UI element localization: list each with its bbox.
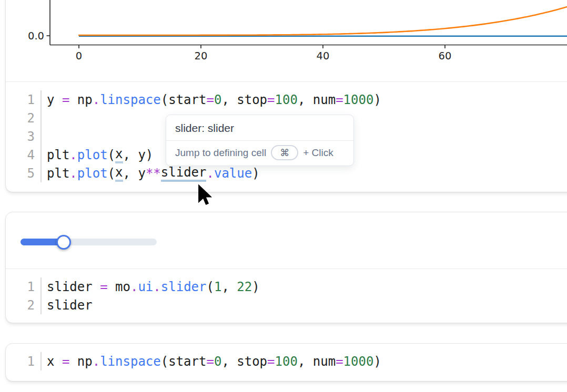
code-text: y = np.linspace(start=0, stop=100, num=1…	[40, 90, 567, 109]
code-token: plot	[77, 148, 108, 162]
code-token: 100	[275, 92, 298, 107]
matplotlib-output: 02040600.0	[6, 0, 567, 81]
code-token: )	[373, 354, 381, 369]
code-token: value	[214, 166, 252, 181]
code-token: 1	[214, 280, 221, 294]
code-token: , stop	[221, 92, 267, 107]
code-line[interactable]: 2slider	[6, 296, 567, 314]
code-token: =	[206, 354, 214, 369]
code-token: linspace	[100, 354, 161, 369]
tooltip-variable-name: slider: slider	[166, 115, 353, 140]
code-token: .	[206, 166, 214, 181]
code-token: x	[47, 354, 62, 369]
variable-reference-link[interactable]: x	[115, 165, 123, 182]
notebook-cell-slider: 1slider = mo.ui.slider(1, 22)2slider	[5, 212, 567, 323]
code-token: =	[62, 92, 69, 107]
series-line-orange	[79, 6, 567, 35]
code-token: slider	[47, 298, 93, 313]
code-text: slider	[40, 296, 567, 314]
code-token: , y	[123, 166, 146, 181]
line-number: 5	[6, 164, 35, 182]
tooltip-action-row: Jump to defining cell ⌘ + Click	[166, 141, 353, 166]
mouse-cursor	[197, 183, 215, 208]
tooltip-action-label: Jump to defining cell	[175, 147, 266, 159]
code-token: .	[93, 354, 100, 369]
code-token: mo	[108, 280, 130, 294]
code-token: )	[252, 280, 259, 294]
code-token: .	[93, 92, 100, 107]
code-editor-x-cell[interactable]: 1x = np.linspace(start=0, stop=100, num=…	[6, 344, 567, 379]
code-token: **	[146, 166, 161, 181]
line-number: 1	[6, 90, 35, 109]
code-token: np	[69, 92, 92, 107]
code-token: =	[100, 280, 107, 294]
line-number: 2	[6, 296, 35, 314]
code-token: (	[108, 166, 115, 181]
code-token: , y)	[123, 148, 154, 162]
code-token: plt	[47, 166, 69, 181]
code-editor-slider-cell[interactable]: 1slider = mo.ui.slider(1, 22)2slider	[6, 269, 567, 323]
code-token: 0	[214, 354, 221, 369]
line-number: 3	[6, 127, 35, 146]
code-token: =	[336, 354, 343, 369]
variable-reference-link[interactable]: x	[115, 147, 123, 163]
code-token: (	[108, 148, 115, 162]
code-text: x = np.linspace(start=0, stop=100, num=1…	[40, 352, 567, 370]
line-number: 4	[6, 146, 35, 164]
code-token: y	[47, 92, 62, 107]
code-token: 1000	[343, 92, 374, 107]
line-number: 2	[6, 109, 35, 127]
code-token: ui	[138, 280, 153, 294]
code-token: )	[252, 166, 259, 181]
code-token: (start	[161, 92, 207, 107]
code-token: 0	[214, 92, 221, 107]
tooltip-click-hint: + Click	[303, 147, 333, 159]
code-token: ,	[221, 280, 237, 294]
code-line[interactable]: 1x = np.linspace(start=0, stop=100, num=…	[6, 352, 567, 370]
code-token: =	[206, 92, 214, 107]
code-token: slider	[161, 280, 207, 294]
code-token: =	[336, 92, 343, 107]
x-tick-label: 0	[76, 50, 82, 62]
line-number: 1	[6, 277, 35, 296]
code-token: =	[267, 92, 275, 107]
code-token: .	[153, 280, 160, 294]
code-token: 22	[237, 280, 252, 294]
code-text: plt.plot(x, y**slider.value)	[40, 164, 567, 182]
variable-tooltip: slider: slider Jump to defining cell ⌘ +…	[166, 115, 354, 166]
variable-reference-link[interactable]: slider	[161, 165, 207, 182]
code-token: 100	[275, 354, 298, 369]
code-token: plot	[77, 166, 108, 181]
slider-widget	[6, 212, 567, 269]
code-text: slider = mo.ui.slider(1, 22)	[40, 277, 567, 296]
code-token: np	[69, 354, 92, 369]
code-line[interactable]: 5plt.plot(x, y**slider.value)	[6, 164, 567, 182]
x-tick-label: 60	[439, 50, 452, 62]
code-line[interactable]: 1slider = mo.ui.slider(1, 22)	[6, 277, 567, 296]
x-tick-label: 20	[195, 50, 208, 62]
code-token: .	[69, 148, 77, 162]
command-icon: ⌘	[280, 147, 289, 159]
code-token: , num	[298, 354, 336, 369]
cmd-key-badge: ⌘	[271, 145, 298, 160]
code-line[interactable]: 1y = np.linspace(start=0, stop=100, num=…	[6, 90, 567, 109]
code-token: (	[206, 280, 214, 294]
slider-track[interactable]	[21, 239, 157, 245]
marimo-notebook: 02040600.0 1y = np.linspace(start=0, sto…	[0, 0, 567, 392]
code-token: (start	[161, 354, 207, 369]
code-token: , num	[298, 92, 336, 107]
slider-handle[interactable]	[56, 235, 71, 250]
code-token: )	[373, 92, 381, 107]
code-token: , stop	[221, 354, 267, 369]
line-number: 1	[6, 352, 35, 370]
plot-canvas: 02040600.0	[6, 0, 567, 81]
code-token: .	[130, 280, 138, 294]
notebook-cell-x: 1x = np.linspace(start=0, stop=100, num=…	[5, 343, 567, 381]
code-token: plt	[47, 148, 69, 162]
code-token: .	[69, 166, 77, 181]
code-token: =	[267, 354, 275, 369]
code-token: 1000	[343, 354, 374, 369]
code-token: linspace	[100, 92, 161, 107]
code-token: =	[62, 354, 69, 369]
x-tick-label: 40	[317, 50, 330, 62]
